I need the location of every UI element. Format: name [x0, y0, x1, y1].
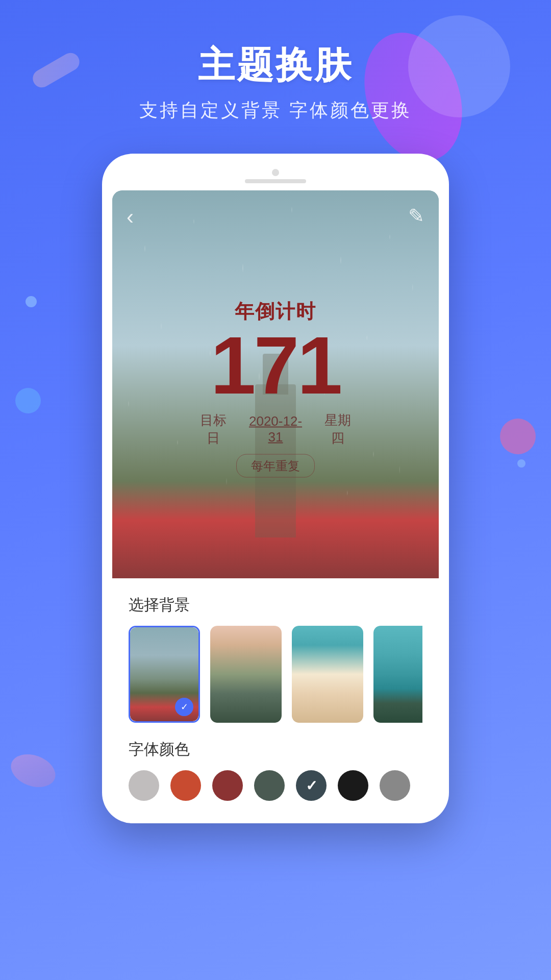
bg-thumb-2[interactable] — [210, 626, 282, 723]
bg-thumb-1-check: ✓ — [175, 698, 193, 716]
color-dot-dark-red[interactable] — [212, 770, 243, 801]
phone-screen: ‹ ✎ 年倒计时 171 目标日 2020-12-31 星期四 每年重复 — [112, 190, 439, 813]
countdown-content: 年倒计时 171 目标日 2020-12-31 星期四 每年重复 — [194, 299, 357, 478]
countdown-number: 171 — [194, 325, 357, 406]
color-dot-red-orange[interactable] — [170, 770, 201, 801]
date-value: 2020-12-31 — [242, 413, 309, 445]
color-dot-gray[interactable] — [129, 770, 159, 801]
header: 主题换肤 支持自定义背景 字体颜色更换 — [0, 0, 551, 123]
repeat-badge[interactable]: 每年重复 — [236, 454, 315, 478]
bg-thumb-4[interactable] — [373, 626, 422, 723]
bg-thumb-1[interactable]: ✓ — [129, 626, 200, 723]
font-color-section-label: 字体颜色 — [129, 739, 422, 760]
bg-thumb-3-image — [292, 626, 363, 723]
background-selector: ✓ — [129, 626, 422, 723]
date-label-text: 目标日 — [194, 411, 233, 447]
phone-camera — [272, 169, 279, 176]
weekday-label: 星期四 — [318, 411, 357, 447]
phone-speaker — [245, 179, 306, 183]
bg-thumb-4-image — [373, 626, 422, 723]
color-dot-medium-gray[interactable] — [380, 770, 410, 801]
countdown-date-row: 目标日 2020-12-31 星期四 — [194, 411, 357, 447]
bg-thumb-2-image — [210, 626, 282, 723]
color-dot-dark-green[interactable] — [254, 770, 285, 801]
phone-notch — [112, 164, 439, 190]
bg-thumb-3[interactable] — [292, 626, 363, 723]
color-selector — [129, 770, 422, 801]
bottom-panel: 选择背景 ✓ — [112, 578, 439, 813]
edit-button[interactable]: ✎ — [408, 205, 424, 227]
back-button[interactable]: ‹ — [127, 205, 134, 229]
background-section-label: 选择背景 — [129, 595, 422, 616]
color-dot-dark-blue-gray[interactable] — [296, 770, 327, 801]
phone-mockup: ‹ ✎ 年倒计时 171 目标日 2020-12-31 星期四 每年重复 — [0, 154, 551, 823]
phone-body: ‹ ✎ 年倒计时 171 目标日 2020-12-31 星期四 每年重复 — [102, 154, 449, 823]
countdown-screen: ‹ ✎ 年倒计时 171 目标日 2020-12-31 星期四 每年重复 — [112, 190, 439, 578]
page-subtitle: 支持自定义背景 字体颜色更换 — [0, 98, 551, 123]
color-dot-black[interactable] — [338, 770, 368, 801]
page-title: 主题换肤 — [0, 41, 551, 90]
